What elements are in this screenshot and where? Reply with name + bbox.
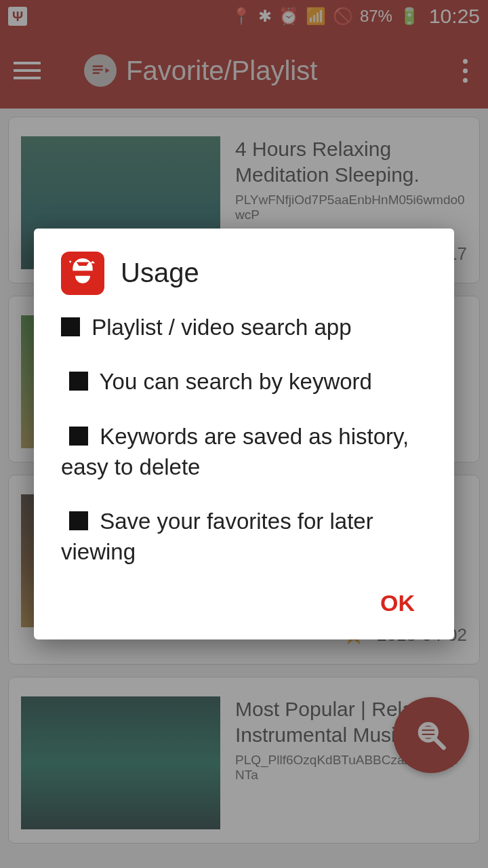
dialog-line: You can search by keyword xyxy=(100,369,372,394)
dialog-line: Playlist / video search app xyxy=(92,315,351,340)
dialog-line: Save your favorites for later viewing xyxy=(61,509,373,564)
dialog-title: Usage xyxy=(121,258,199,288)
dialog-body: Playlist / video search app You can sear… xyxy=(61,313,427,567)
dialog-line: Keywords are saved as history, easy to d… xyxy=(61,424,409,479)
modal-overlay[interactable]: Usage Playlist / video search app You ca… xyxy=(0,0,488,868)
app-icon xyxy=(61,252,104,295)
ok-button[interactable]: OK xyxy=(368,582,427,625)
usage-dialog: Usage Playlist / video search app You ca… xyxy=(34,229,454,639)
